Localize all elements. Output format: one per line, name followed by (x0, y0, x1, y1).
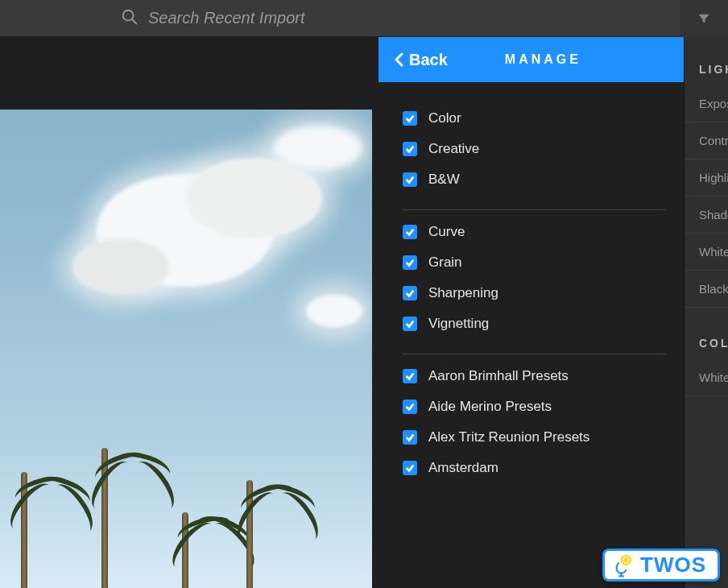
edit-slider-label[interactable]: Blacks (685, 271, 728, 308)
preset-label: B&W (428, 172, 460, 188)
watermark-text: TWOS (640, 553, 706, 578)
edit-panel: LIGHT ExposureContrastHighlightsShadowsW… (684, 37, 728, 588)
preset-label: Creative (428, 141, 479, 157)
watermark-badge: TWOS (602, 549, 720, 582)
edit-slider-label[interactable]: Shadows (685, 197, 728, 234)
preset-label: Alex Tritz Reunion Presets (428, 429, 589, 445)
checkbox-icon[interactable] (403, 172, 417, 187)
edit-slider-label[interactable]: Contrast (685, 122, 728, 159)
preset-item[interactable]: Aaron Brimhall Presets (403, 361, 666, 391)
checkbox-icon[interactable] (403, 400, 417, 414)
checkbox-icon[interactable] (403, 369, 417, 383)
panel-title: MANAGE (448, 52, 668, 67)
panel-header: Back MANAGE (378, 37, 684, 82)
preset-label: Aaron Brimhall Presets (428, 368, 569, 384)
preset-label: Curve (428, 224, 465, 240)
edit-slider-label[interactable]: Exposure (685, 85, 728, 122)
checkbox-icon[interactable] (403, 286, 417, 300)
back-button[interactable]: Back (393, 51, 448, 69)
checkbox-icon[interactable] (403, 111, 417, 126)
checkbox-icon[interactable] (403, 430, 417, 445)
presets-scroll[interactable]: ColorCreativeB&WCurveGrainSharpeningVign… (378, 82, 684, 588)
checkbox-icon[interactable] (403, 255, 417, 270)
svg-line-1 (132, 19, 137, 23)
photo-preview (0, 37, 378, 588)
checkbox-icon[interactable] (403, 142, 417, 156)
preset-label: Color (428, 110, 461, 126)
preset-label: Grain (428, 255, 462, 271)
back-label: Back (409, 51, 448, 69)
preset-item[interactable]: Color (403, 103, 666, 134)
preset-label: Aide Merino Presets (428, 399, 552, 415)
section-title-light: LIGHT (685, 56, 728, 85)
section-title-color: COLOR (685, 330, 728, 359)
edit-slider-label[interactable]: White Balance (685, 359, 728, 396)
preset-item[interactable]: Creative (403, 134, 666, 164)
preset-label: Amsterdam (428, 460, 498, 476)
preset-item[interactable]: Sharpening (403, 278, 666, 308)
preset-label: Sharpening (428, 285, 498, 301)
preset-item[interactable]: B&W (403, 164, 666, 195)
preset-item[interactable]: Curve (403, 217, 666, 247)
preset-label: Vignetting (428, 316, 489, 332)
search-input[interactable] (148, 9, 680, 27)
preset-item[interactable]: Vignetting (403, 308, 666, 339)
search-icon (121, 8, 139, 29)
preset-item[interactable]: Amsterdam (403, 453, 666, 483)
filter-icon[interactable] (680, 0, 728, 37)
presets-panel: Back MANAGE ColorCreativeB&WCurveGrainSh… (378, 37, 684, 588)
preset-item[interactable]: Grain (403, 247, 666, 278)
checkbox-icon[interactable] (403, 225, 417, 239)
checkbox-icon[interactable] (403, 317, 417, 331)
preset-item[interactable]: Aide Merino Presets (403, 391, 666, 422)
edit-slider-label[interactable]: Whites (685, 234, 728, 271)
preset-item[interactable]: Alex Tritz Reunion Presets (403, 422, 666, 453)
checkbox-icon[interactable] (403, 461, 417, 475)
edit-slider-label[interactable]: Highlights (685, 159, 728, 197)
search-bar (0, 0, 728, 37)
